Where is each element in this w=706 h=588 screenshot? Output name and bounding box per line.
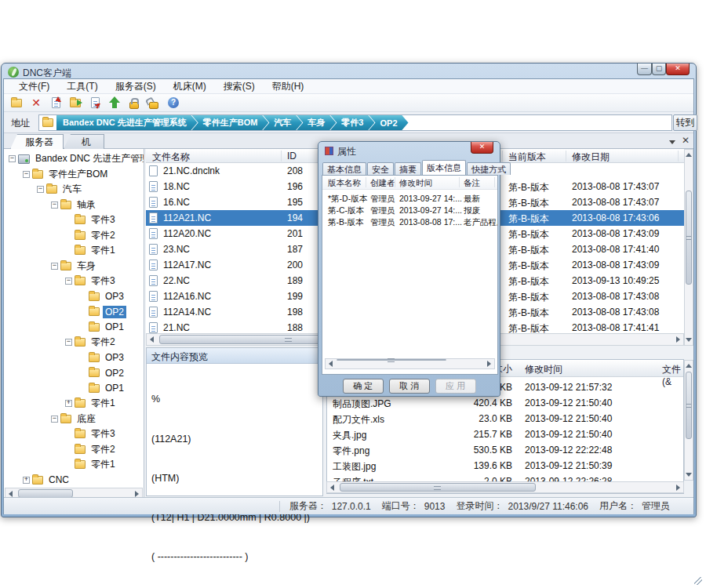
tree-toggle[interactable]: [23, 477, 30, 484]
breadcrumb-bom[interactable]: 零件生产BOM: [191, 114, 269, 131]
ok-button[interactable]: 确 定: [343, 379, 384, 394]
tree-item-root[interactable]: Bandex DNC 先进生产管理系统: [4, 151, 144, 167]
maximize-button[interactable]: ▢: [652, 64, 666, 75]
close-pane-icon[interactable]: ✕: [682, 135, 690, 146]
delete-icon[interactable]: ✕: [29, 96, 43, 110]
breadcrumb-part3[interactable]: 零件3: [329, 114, 374, 131]
toolbar: ✕: [4, 94, 693, 112]
tab-machine[interactable]: 机器: [64, 134, 104, 149]
tree-item-label: 零件生产BOM: [46, 167, 110, 182]
help-icon[interactable]: [166, 96, 180, 110]
tree-item[interactable]: OP3: [4, 350, 144, 366]
go-button[interactable]: 转到: [673, 114, 697, 131]
tree-item-label: OP1: [103, 382, 126, 394]
version-row[interactable]: 第-C-版本管理员2013-09-27 14:...报废: [322, 205, 497, 216]
column-version-name[interactable]: 版本名称: [328, 178, 361, 189]
cancel-button[interactable]: 取 消: [389, 379, 430, 394]
column-version[interactable]: 当前版本: [508, 151, 546, 164]
tab-server[interactable]: 服务器: [10, 134, 64, 149]
lock-icon[interactable]: [127, 96, 141, 110]
address-field[interactable]: Bandex DNC 先进生产管理系统 零件生产BOM 汽车 车身 零件3 OP…: [38, 114, 672, 131]
check-in-file-icon[interactable]: [49, 96, 63, 110]
tree-item[interactable]: 零件2: [4, 335, 144, 350]
folder-icon: [60, 415, 71, 423]
tree-toggle[interactable]: [65, 339, 72, 346]
attachments-vertical-scrollbar[interactable]: [684, 360, 693, 481]
column-id[interactable]: ID: [287, 151, 297, 162]
column-mtime[interactable]: 修改时间: [525, 363, 562, 376]
column-creator[interactable]: 创建者: [370, 178, 395, 189]
tree-item[interactable]: OP2: [4, 365, 144, 381]
unlock-icon[interactable]: [147, 96, 161, 110]
check-out-file-icon[interactable]: [88, 96, 102, 110]
menu-search[interactable]: 搜索(S): [215, 80, 264, 93]
tree-item[interactable]: 零件2: [4, 228, 144, 244]
window-controls: — ▢ ✕: [637, 64, 690, 75]
tree-item[interactable]: 零件生产BOM: [4, 167, 144, 183]
tree-item[interactable]: 车身: [4, 259, 144, 274]
resize-grip[interactable]: [694, 577, 702, 585]
attachment-row[interactable]: 配刀文件.xls23.0 KB2013-09-12 21:50:40: [327, 411, 683, 426]
attachment-row[interactable]: 制品顶图.JPG420.4 KB2013-09-12 21:50:40: [327, 395, 683, 411]
tree-item[interactable]: 底座: [4, 412, 144, 427]
status-login-value: 2013/9/27 11:46:06: [508, 501, 588, 512]
chevron-down-icon[interactable]: [669, 140, 675, 144]
tree-toggle[interactable]: [51, 201, 58, 209]
address-label: 地址: [11, 117, 30, 130]
attachment-row[interactable]: 零件.png530.5 KB2013-09-12 22:22:48: [327, 442, 683, 458]
tree-item[interactable]: 零件3: [4, 426, 144, 442]
tree-item[interactable]: 汽车: [4, 182, 144, 198]
tree-toggle[interactable]: [23, 171, 30, 178]
menu-server[interactable]: 服务器(S): [107, 80, 165, 93]
tree-item-cnc[interactable]: CNC: [4, 473, 144, 488]
menu-file[interactable]: 文件(F): [10, 80, 58, 93]
send-arrow-icon[interactable]: [107, 96, 122, 110]
minimize-button[interactable]: —: [637, 64, 652, 75]
attachments-horizontal-scrollbar[interactable]: [326, 481, 684, 493]
tree-item[interactable]: 零件3: [4, 274, 144, 289]
tree-item[interactable]: 零件3: [4, 212, 144, 228]
tree-item[interactable]: 零件1: [4, 396, 144, 412]
tree-toggle[interactable]: [9, 155, 16, 162]
tree-item[interactable]: OP3: [4, 289, 144, 305]
dialog-close-button[interactable]: ✕: [471, 142, 493, 154]
attachment-row[interactable]: 工装图.jpg139.6 KB2013-09-12 21:50:39: [327, 458, 683, 474]
close-button[interactable]: ✕: [666, 64, 690, 75]
tree-toggle[interactable]: [65, 278, 72, 285]
menu-tools[interactable]: 工具(T): [58, 80, 106, 93]
tree-toggle[interactable]: [65, 400, 72, 407]
tree-item[interactable]: OP1: [4, 320, 144, 336]
receive-folder-icon[interactable]: [68, 96, 82, 110]
tree-item-label: 零件1: [89, 396, 118, 411]
column-note[interactable]: 备注: [464, 178, 480, 189]
new-folder-icon[interactable]: [9, 96, 24, 110]
tree-item[interactable]: 零件1: [4, 243, 144, 259]
column-file-name[interactable]: 文件名称: [152, 151, 190, 164]
tree-toggle[interactable]: [37, 186, 44, 193]
tree-item[interactable]: OP1: [4, 381, 144, 397]
tree-item[interactable]: 零件1: [4, 457, 144, 473]
attachment-row[interactable]: 夹具.jpg215.7 KB2013-09-12 21:50:40: [327, 426, 683, 442]
tree-toggle[interactable]: [51, 416, 58, 423]
menu-machine[interactable]: 机床(M): [165, 80, 215, 93]
tab-summary[interactable]: 摘要: [395, 162, 421, 175]
menu-help[interactable]: 帮助(H): [264, 80, 313, 93]
column-modified[interactable]: 修改时间: [399, 178, 432, 189]
status-bar: 服务器： 127.0.0.1 端口号： 9013 登录时间： 2013/9/27…: [4, 497, 693, 514]
tab-basic-info[interactable]: 基本信息: [322, 162, 366, 175]
tree-item[interactable]: 零件2: [4, 442, 144, 458]
breadcrumb-root[interactable]: Bandex DNC 先进生产管理系统: [56, 114, 198, 131]
tree-item-selected[interactable]: OP2: [4, 304, 144, 320]
dialog-title: 属性: [337, 145, 356, 158]
file-list-vertical-scrollbar[interactable]: [684, 149, 693, 346]
tree-item-label: 零件3: [89, 274, 118, 289]
column-date[interactable]: 修改日期: [572, 151, 610, 164]
tab-shortcut[interactable]: 快捷方式: [467, 162, 511, 175]
dialog-horizontal-scrollbar[interactable]: [325, 358, 495, 369]
version-row[interactable]: 第-B-版本管理员2013-08-08 17:...老产品程序: [322, 216, 497, 228]
tab-version-info[interactable]: 版本信息: [422, 160, 466, 175]
tree-toggle[interactable]: [51, 263, 58, 270]
tree-item[interactable]: 轴承: [4, 198, 144, 213]
tab-security[interactable]: 安全: [367, 162, 394, 175]
version-row[interactable]: *第-D-版本管理员2013-09-27 14:...最新: [322, 193, 497, 205]
